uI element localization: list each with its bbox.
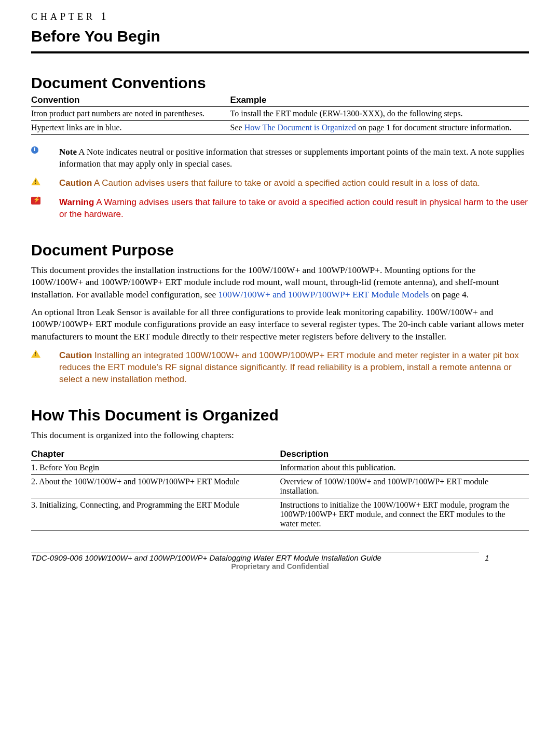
caution-icon: [31, 350, 40, 358]
footer-page-number: 1: [485, 553, 489, 562]
chapter-word: CHAPTER: [31, 11, 95, 22]
warning-icon: [31, 197, 40, 205]
table-row: 2. About the 100W/100W+ and 100WP/100WP+…: [31, 474, 529, 498]
warning-block: Warning A Warning advises users that fai…: [31, 197, 529, 221]
caution-icon: [31, 178, 40, 185]
table-row: 1. Before You Begin Information about th…: [31, 460, 529, 474]
link-how-organized[interactable]: How The Document is Organized: [244, 123, 356, 132]
text: To install the ERT module (ERW-1300-XXX)…: [230, 109, 463, 118]
purpose-paragraph-1: This document provides the installation …: [31, 264, 529, 301]
chapter-label: CHAPTER 1: [31, 10, 529, 22]
chapter-number: 1: [101, 10, 106, 22]
table-row: Itron product part numbers are noted in …: [31, 107, 529, 121]
table-cell: 3. Initializing, Connecting, and Program…: [31, 498, 280, 531]
footer-left: TDC-0909-006 100W/100W+ and 100WP/100WP+…: [31, 553, 381, 562]
section-conventions-title: Document Conventions: [31, 74, 529, 92]
caution-block: Caution A Caution advises users that fai…: [31, 178, 529, 189]
table-header-chapter: Chapter: [31, 447, 280, 461]
table-cell: See How The Document is Organized on pag…: [230, 121, 529, 135]
section-organized-title: How This Document is Organized: [31, 406, 529, 424]
purpose-paragraph-2: An optional Itron Leak Sensor is availab…: [31, 306, 529, 343]
table-cell: Itron product part numbers are noted in …: [31, 107, 230, 121]
note-icon: [31, 146, 38, 154]
organized-table: Chapter Description 1. Before You Begin …: [31, 447, 529, 531]
caution-label: Caution: [59, 350, 92, 360]
section-purpose-title: Document Purpose: [31, 241, 529, 259]
table-row: Hypertext links are in blue. See How The…: [31, 121, 529, 135]
text: See: [230, 123, 244, 132]
table-header-example: Example: [230, 93, 529, 107]
table-cell: Information about this publication.: [280, 460, 529, 474]
table-cell: Hypertext links are in blue.: [31, 121, 230, 135]
table-cell: 2. About the 100W/100W+ and 100WP/100WP+…: [31, 474, 280, 498]
table-header-description: Description: [280, 447, 529, 461]
note-block: Note A Note indicates neutral or positiv…: [31, 146, 529, 170]
table-cell: Instructions to initialize the 100W/100W…: [280, 498, 529, 531]
table-cell: Overview of 100W/100W+ and 100WP/100WP+ …: [280, 474, 529, 498]
footer-rule: [31, 552, 479, 552]
caution-text: A Caution advises users that failure to …: [92, 178, 480, 188]
text: on page 4.: [429, 289, 469, 300]
table-cell: 1. Before You Begin: [31, 460, 280, 474]
table-cell: To install the ERT module (ERW-1300-XXX)…: [230, 107, 529, 121]
warning-label: Warning: [59, 197, 94, 207]
caution-label: Caution: [59, 178, 92, 188]
organized-intro: This document is organized into the foll…: [31, 429, 529, 442]
link-ert-models[interactable]: 100W/100W+ and 100WP/100WP+ ERT Module M…: [218, 289, 429, 300]
footer-sub: Proprietary and Confidential: [31, 562, 529, 570]
text: on page 1 for document structure informa…: [356, 123, 511, 132]
caution-text: Installing an integrated 100W/100W+ and …: [59, 350, 519, 384]
page-title: Before You Begin: [31, 28, 529, 53]
warning-text: A Warning advises users that failure to …: [59, 197, 528, 219]
footer: TDC-0909-006 100W/100W+ and 100WP/100WP+…: [31, 553, 489, 562]
table-header-convention: Convention: [31, 93, 230, 107]
note-label: Note: [59, 147, 77, 157]
table-row: 3. Initializing, Connecting, and Program…: [31, 498, 529, 531]
conventions-table: Convention Example Itron product part nu…: [31, 93, 529, 135]
caution-block: Caution Installing an integrated 100W/10…: [31, 350, 529, 386]
note-text: A Note indicates neutral or positive inf…: [59, 147, 525, 169]
